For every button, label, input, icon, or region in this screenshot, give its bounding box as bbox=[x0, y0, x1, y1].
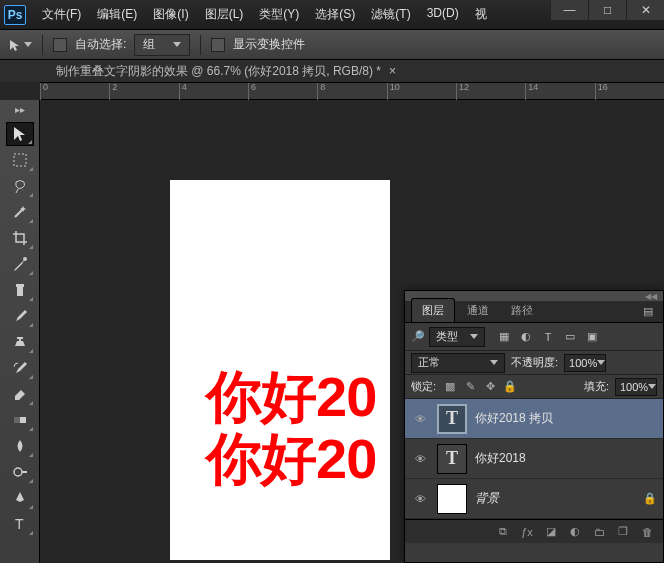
panel-menu-icon[interactable]: ▤ bbox=[639, 301, 657, 322]
menu-select[interactable]: 选择(S) bbox=[309, 2, 361, 27]
layer-filter-row: 🔎 类型 ▦ ◐ T ▭ ▣ bbox=[405, 323, 663, 351]
menu-image[interactable]: 图像(I) bbox=[147, 2, 194, 27]
lasso-tool[interactable] bbox=[6, 174, 34, 198]
move-tool-indicator[interactable] bbox=[8, 38, 32, 52]
tab-layers[interactable]: 图层 bbox=[411, 298, 455, 322]
clone-stamp-tool[interactable] bbox=[6, 330, 34, 354]
document-tab[interactable]: 制作重叠文字阴影的效果 @ 66.7% (你好2018 拷贝, RGB/8) *… bbox=[50, 61, 402, 82]
pen-tool[interactable] bbox=[6, 486, 34, 510]
visibility-toggle-icon[interactable]: 👁 bbox=[411, 453, 429, 465]
menu-layer[interactable]: 图层(L) bbox=[199, 2, 250, 27]
document-tab-bar: 制作重叠文字阴影的效果 @ 66.7% (你好2018 拷贝, RGB/8) *… bbox=[0, 60, 664, 82]
show-transform-checkbox[interactable] bbox=[211, 38, 225, 52]
opacity-input[interactable]: 100% bbox=[564, 354, 606, 372]
layer-thumbnail-text-icon[interactable]: T bbox=[437, 444, 467, 474]
show-transform-label: 显示变换控件 bbox=[233, 36, 305, 53]
brush-tool[interactable] bbox=[6, 304, 34, 328]
svg-rect-5 bbox=[14, 417, 20, 423]
panel-tabs: 图层 通道 路径 ▤ bbox=[405, 301, 663, 323]
auto-select-label: 自动选择: bbox=[75, 36, 126, 53]
toolbox: ▸▸ T bbox=[0, 100, 40, 563]
adjustment-layer-icon[interactable]: ◐ bbox=[567, 524, 583, 540]
filter-type-icon[interactable]: T bbox=[539, 328, 557, 346]
layer-name[interactable]: 背景 bbox=[475, 490, 499, 507]
visibility-toggle-icon[interactable]: 👁 bbox=[411, 413, 429, 425]
lock-pixels-icon[interactable]: ✎ bbox=[462, 379, 478, 395]
crop-tool[interactable] bbox=[6, 226, 34, 250]
layer-mask-icon[interactable]: ◪ bbox=[543, 524, 559, 540]
svg-point-6 bbox=[14, 468, 22, 476]
document-tab-title: 制作重叠文字阴影的效果 @ 66.7% (你好2018 拷贝, RGB/8) * bbox=[56, 63, 381, 80]
lock-transparency-icon[interactable]: ▩ bbox=[442, 379, 458, 395]
lock-position-icon[interactable]: ✥ bbox=[482, 379, 498, 395]
menu-file[interactable]: 文件(F) bbox=[36, 2, 87, 27]
type-tool[interactable]: T bbox=[6, 512, 34, 536]
menu-view-cut[interactable]: 视 bbox=[469, 2, 493, 27]
tab-paths[interactable]: 路径 bbox=[501, 299, 543, 322]
layer-row[interactable]: 👁 T 你好2018 bbox=[405, 439, 663, 479]
marquee-tool[interactable] bbox=[6, 148, 34, 172]
horizontal-ruler[interactable]: 0 2 4 6 8 10 12 14 16 bbox=[40, 82, 664, 100]
fill-input[interactable]: 100% bbox=[615, 378, 657, 396]
ruler-tick: 8 bbox=[317, 83, 386, 101]
menu-filter[interactable]: 滤镜(T) bbox=[365, 2, 416, 27]
toolbox-expand-icon[interactable]: ▸▸ bbox=[4, 104, 36, 116]
ruler-tick: 10 bbox=[387, 83, 456, 101]
visibility-toggle-icon[interactable]: 👁 bbox=[411, 493, 429, 505]
collapse-panel-icon[interactable]: ◀◀ bbox=[645, 292, 657, 301]
search-icon: 🔎 bbox=[411, 330, 425, 343]
close-button[interactable]: ✕ bbox=[626, 0, 664, 20]
lock-fill-row: 锁定: ▩ ✎ ✥ 🔒 填充: 100% bbox=[405, 375, 663, 399]
menu-type[interactable]: 类型(Y) bbox=[253, 2, 305, 27]
auto-select-checkbox[interactable] bbox=[53, 38, 67, 52]
layer-name[interactable]: 你好2018 拷贝 bbox=[475, 410, 553, 427]
lock-all-icon[interactable]: 🔒 bbox=[502, 379, 518, 395]
filter-pixel-icon[interactable]: ▦ bbox=[495, 328, 513, 346]
svg-rect-0 bbox=[14, 154, 26, 166]
filter-adjustment-icon[interactable]: ◐ bbox=[517, 328, 535, 346]
menu-edit[interactable]: 编辑(E) bbox=[91, 2, 143, 27]
minimize-button[interactable]: — bbox=[550, 0, 588, 20]
svg-rect-2 bbox=[16, 284, 24, 287]
svg-point-1 bbox=[23, 257, 27, 261]
eraser-tool[interactable] bbox=[6, 382, 34, 406]
close-document-icon[interactable]: × bbox=[389, 64, 396, 78]
group-layers-icon[interactable]: 🗀 bbox=[591, 524, 607, 540]
move-tool[interactable] bbox=[6, 122, 34, 146]
ruler-tick: 14 bbox=[525, 83, 594, 101]
layer-row[interactable]: 👁 T 你好2018 拷贝 bbox=[405, 399, 663, 439]
filter-shape-icon[interactable]: ▭ bbox=[561, 328, 579, 346]
menu-3d[interactable]: 3D(D) bbox=[421, 2, 465, 27]
auto-select-target-dropdown[interactable]: 组 bbox=[134, 34, 190, 56]
layer-style-icon[interactable]: ƒx bbox=[519, 524, 535, 540]
gradient-tool[interactable] bbox=[6, 408, 34, 432]
filter-smart-icon[interactable]: ▣ bbox=[583, 328, 601, 346]
layer-thumbnail[interactable] bbox=[437, 484, 467, 514]
layer-locked-icon: 🔒 bbox=[643, 492, 657, 505]
magic-wand-tool[interactable] bbox=[6, 200, 34, 224]
blend-mode-dropdown[interactable]: 正常 bbox=[411, 353, 505, 373]
ruler-tick: 4 bbox=[179, 83, 248, 101]
tab-channels[interactable]: 通道 bbox=[457, 299, 499, 322]
link-layers-icon[interactable]: ⧉ bbox=[495, 524, 511, 540]
canvas[interactable]: 你好20 你好20 bbox=[170, 180, 390, 560]
layer-thumbnail-text-icon[interactable]: T bbox=[437, 404, 467, 434]
canvas-text-layer-2[interactable]: 你好20 bbox=[206, 422, 376, 498]
filter-type-dropdown[interactable]: 类型 bbox=[429, 327, 485, 347]
healing-brush-tool[interactable] bbox=[6, 278, 34, 302]
layer-name[interactable]: 你好2018 bbox=[475, 450, 526, 467]
layers-panel-footer: ⧉ ƒx ◪ ◐ 🗀 ❐ 🗑 bbox=[405, 519, 663, 543]
eyedropper-tool[interactable] bbox=[6, 252, 34, 276]
ruler-tick: 16 bbox=[595, 83, 664, 101]
history-brush-tool[interactable] bbox=[6, 356, 34, 380]
blur-tool[interactable] bbox=[6, 434, 34, 458]
new-layer-icon[interactable]: ❐ bbox=[615, 524, 631, 540]
layers-panel: ◀◀ 图层 通道 路径 ▤ 🔎 类型 ▦ ◐ T ▭ ▣ 正常 不透明度: 10… bbox=[404, 290, 664, 563]
ruler-tick: 2 bbox=[109, 83, 178, 101]
dodge-tool[interactable] bbox=[6, 460, 34, 484]
ruler-tick: 0 bbox=[40, 83, 109, 101]
layer-row[interactable]: 👁 背景 🔒 bbox=[405, 479, 663, 519]
delete-layer-icon[interactable]: 🗑 bbox=[639, 524, 655, 540]
menu-bar: 文件(F) 编辑(E) 图像(I) 图层(L) 类型(Y) 选择(S) 滤镜(T… bbox=[36, 2, 493, 27]
maximize-button[interactable]: □ bbox=[588, 0, 626, 20]
